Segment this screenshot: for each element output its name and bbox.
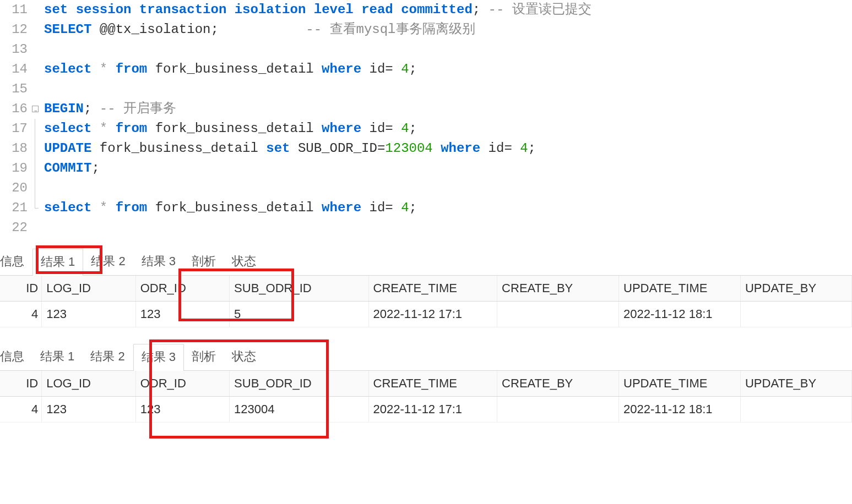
tab-剖析[interactable]: 剖析 [184, 344, 224, 370]
column-header[interactable]: SUB_ODR_ID [230, 276, 368, 302]
fold-marker[interactable] [31, 119, 41, 139]
column-header[interactable]: CREATE_TIME [368, 371, 497, 397]
line-number: 13 [0, 40, 28, 59]
line-number-gutter: 111213141516171819202122 [0, 0, 31, 238]
code-line[interactable] [44, 79, 591, 99]
tab-结果 1[interactable]: 结果 1 [32, 344, 83, 370]
line-number: 22 [0, 218, 28, 238]
column-header[interactable]: UPDATE_TIME [619, 276, 741, 302]
fold-marker[interactable] [31, 99, 41, 119]
tab-信息[interactable]: 信息 [0, 344, 32, 370]
result-tabbar-2: 信息结果 1结果 2结果 3剖析状态 [0, 344, 852, 371]
code-line[interactable]: UPDATE fork_business_detail set SUB_ODR_… [44, 139, 591, 158]
column-header[interactable]: ODR_ID [135, 276, 229, 302]
fold-marker [31, 40, 41, 59]
fold-marker [31, 59, 41, 79]
cell[interactable] [740, 397, 851, 423]
fold-marker[interactable] [31, 158, 41, 178]
fold-marker[interactable] [31, 198, 41, 218]
sql-editor[interactable]: 111213141516171819202122 set session tra… [0, 0, 852, 249]
line-number: 15 [0, 79, 28, 99]
column-header[interactable]: CREATE_BY [497, 371, 619, 397]
code-line[interactable]: COMMIT; [44, 158, 591, 178]
cell[interactable] [740, 302, 851, 327]
tab-结果 3[interactable]: 结果 3 [134, 249, 184, 275]
line-number: 12 [0, 20, 28, 40]
column-header[interactable]: ODR_ID [135, 371, 229, 397]
column-header[interactable]: ID [0, 276, 42, 302]
line-number: 18 [0, 139, 28, 158]
cell[interactable]: 2022-11-12 18:1 [619, 397, 741, 423]
cell[interactable]: 2022-11-12 17:1 [368, 397, 497, 423]
column-header[interactable]: SUB_ODR_ID [230, 371, 368, 397]
fold-marker [31, 218, 41, 238]
cell[interactable]: 123 [42, 302, 135, 327]
column-header[interactable]: UPDATE_BY [740, 276, 851, 302]
column-header[interactable]: ID [0, 371, 42, 397]
cell[interactable] [497, 302, 619, 327]
code-line[interactable] [44, 40, 591, 59]
result-panel-1: 信息结果 1结果 2结果 3剖析状态 IDLOG_IDODR_IDSUB_ODR… [0, 249, 852, 327]
column-header[interactable]: UPDATE_TIME [619, 371, 741, 397]
line-number: 19 [0, 158, 28, 178]
cell[interactable]: 123 [135, 397, 229, 423]
fold-marker[interactable] [31, 178, 41, 198]
cell[interactable] [497, 397, 619, 423]
fold-marker [31, 79, 41, 99]
cell[interactable]: 4 [0, 397, 42, 423]
line-number: 20 [0, 178, 28, 198]
column-header[interactable]: LOG_ID [42, 276, 135, 302]
line-number: 11 [0, 0, 28, 20]
tab-状态[interactable]: 状态 [224, 344, 264, 370]
fold-marker[interactable] [31, 139, 41, 158]
code-line[interactable]: BEGIN; -- 开启事务 [44, 99, 591, 119]
column-header[interactable]: CREATE_BY [497, 276, 619, 302]
fold-marker [31, 20, 41, 40]
fold-marker [31, 0, 41, 20]
tab-结果 2[interactable]: 结果 2 [83, 344, 133, 370]
line-number: 16 [0, 99, 28, 119]
cell[interactable]: 123 [42, 397, 135, 423]
result-table-1[interactable]: IDLOG_IDODR_IDSUB_ODR_IDCREATE_TIMECREAT… [0, 276, 852, 327]
tab-剖析[interactable]: 剖析 [184, 249, 224, 275]
tab-信息[interactable]: 信息 [0, 249, 32, 275]
column-header[interactable]: LOG_ID [42, 371, 135, 397]
result-table-2[interactable]: IDLOG_IDODR_IDSUB_ODR_IDCREATE_TIMECREAT… [0, 371, 852, 423]
code-area[interactable]: set session transaction isolation level … [41, 0, 591, 238]
table-row[interactable]: 41231231230042022-11-12 17:12022-11-12 1… [0, 397, 852, 423]
tab-结果 1[interactable]: 结果 1 [32, 249, 83, 276]
tab-状态[interactable]: 状态 [224, 249, 264, 275]
fold-gutter [31, 0, 41, 238]
code-line[interactable] [44, 178, 591, 198]
tab-结果 3[interactable]: 结果 3 [133, 344, 184, 371]
cell[interactable]: 5 [230, 302, 368, 327]
code-line[interactable] [44, 218, 591, 238]
line-number: 14 [0, 59, 28, 79]
code-line[interactable]: SELECT @@tx_isolation; -- 查看mysql事务隔离级别 [44, 20, 591, 40]
cell[interactable]: 2022-11-12 18:1 [619, 302, 741, 327]
table-row[interactable]: 412312352022-11-12 17:12022-11-12 18:1 [0, 302, 852, 327]
code-line[interactable]: select * from fork_business_detail where… [44, 59, 591, 79]
line-number: 17 [0, 119, 28, 139]
cell[interactable]: 123 [135, 302, 229, 327]
column-header[interactable]: UPDATE_BY [740, 371, 851, 397]
tab-结果 2[interactable]: 结果 2 [83, 249, 133, 275]
cell[interactable]: 4 [0, 302, 42, 327]
column-header[interactable]: CREATE_TIME [368, 276, 497, 302]
code-line[interactable]: set session transaction isolation level … [44, 0, 591, 20]
line-number: 21 [0, 198, 28, 218]
result-panel-2: 信息结果 1结果 2结果 3剖析状态 IDLOG_IDODR_IDSUB_ODR… [0, 344, 852, 423]
code-line[interactable]: select * from fork_business_detail where… [44, 119, 591, 139]
cell[interactable]: 2022-11-12 17:1 [368, 302, 497, 327]
cell[interactable]: 123004 [230, 397, 368, 423]
result-tabbar-1: 信息结果 1结果 2结果 3剖析状态 [0, 249, 852, 276]
code-line[interactable]: select * from fork_business_detail where… [44, 198, 591, 218]
